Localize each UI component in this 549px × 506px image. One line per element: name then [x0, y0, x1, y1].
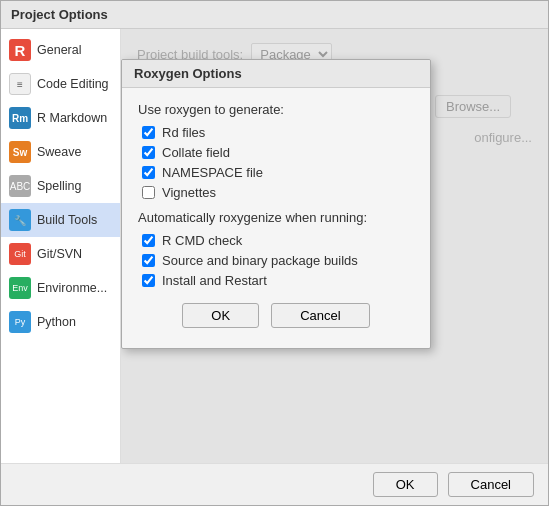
- sidebar: RGeneral≡Code EditingRmR MarkdownSwSweav…: [1, 29, 121, 463]
- auto-checkboxes: R CMD checkSource and binary package bui…: [138, 233, 414, 288]
- sidebar-item-label-general: General: [37, 43, 81, 57]
- sidebar-item-label-python: Python: [37, 315, 76, 329]
- sidebar-item-label-sweave: Sweave: [37, 145, 81, 159]
- sidebar-item-general[interactable]: RGeneral: [1, 33, 120, 67]
- sidebar-item-label-environments: Environme...: [37, 281, 107, 295]
- sidebar-item-label-code-editing: Code Editing: [37, 77, 109, 91]
- git-svn-icon: Git: [9, 243, 31, 265]
- checkbox-namespace-file[interactable]: [142, 166, 155, 179]
- sidebar-item-label-r-markdown: R Markdown: [37, 111, 107, 125]
- sidebar-item-python[interactable]: PyPython: [1, 305, 120, 339]
- checkbox-rd-files[interactable]: [142, 126, 155, 139]
- checkbox-vignettes[interactable]: [142, 186, 155, 199]
- checkbox-row-vignettes: Vignettes: [138, 185, 414, 200]
- checkbox-label-r-cmd-check: R CMD check: [162, 233, 242, 248]
- checkbox-label-install-restart: Install and Restart: [162, 273, 267, 288]
- checkbox-install-restart[interactable]: [142, 274, 155, 287]
- sidebar-item-build-tools[interactable]: 🔧Build Tools: [1, 203, 120, 237]
- popup-ok-button[interactable]: OK: [182, 303, 259, 328]
- roxygen-options-dialog: Roxygen Options Use roxygen to generate:…: [121, 59, 431, 349]
- sidebar-item-r-markdown[interactable]: RmR Markdown: [1, 101, 120, 135]
- generate-label: Use roxygen to generate:: [138, 102, 414, 117]
- sidebar-item-label-spelling: Spelling: [37, 179, 81, 193]
- popup-buttons: OK Cancel: [138, 293, 414, 338]
- dialog-body: RGeneral≡Code EditingRmR MarkdownSwSweav…: [1, 29, 548, 463]
- sidebar-item-git-svn[interactable]: GitGit/SVN: [1, 237, 120, 271]
- sidebar-item-label-git-svn: Git/SVN: [37, 247, 82, 261]
- checkbox-label-source-binary: Source and binary package builds: [162, 253, 358, 268]
- checkbox-row-r-cmd-check: R CMD check: [138, 233, 414, 248]
- sidebar-item-code-editing[interactable]: ≡Code Editing: [1, 67, 120, 101]
- generate-checkboxes: Rd filesCollate fieldNAMESPACE fileVigne…: [138, 125, 414, 200]
- dialog-title: Project Options: [1, 1, 548, 29]
- sidebar-item-environments[interactable]: EnvEnvironme...: [1, 271, 120, 305]
- python-icon: Py: [9, 311, 31, 333]
- checkbox-r-cmd-check[interactable]: [142, 234, 155, 247]
- checkbox-row-rd-files: Rd files: [138, 125, 414, 140]
- build-tools-icon: 🔧: [9, 209, 31, 231]
- checkbox-row-namespace-file: NAMESPACE file: [138, 165, 414, 180]
- checkbox-row-install-restart: Install and Restart: [138, 273, 414, 288]
- spelling-icon: ABC: [9, 175, 31, 197]
- main-content: Project build tools: Package Package dir…: [121, 29, 548, 463]
- checkbox-row-collate-field: Collate field: [138, 145, 414, 160]
- checkbox-label-collate-field: Collate field: [162, 145, 230, 160]
- checkbox-label-vignettes: Vignettes: [162, 185, 216, 200]
- r-markdown-icon: Rm: [9, 107, 31, 129]
- checkbox-row-source-binary: Source and binary package builds: [138, 253, 414, 268]
- sidebar-item-label-build-tools: Build Tools: [37, 213, 97, 227]
- footer-ok-button[interactable]: OK: [373, 472, 438, 497]
- code-editing-icon: ≡: [9, 73, 31, 95]
- footer-cancel-button[interactable]: Cancel: [448, 472, 534, 497]
- general-icon: R: [9, 39, 31, 61]
- checkbox-source-binary[interactable]: [142, 254, 155, 267]
- popup-title: Roxygen Options: [122, 60, 430, 88]
- environments-icon: Env: [9, 277, 31, 299]
- sidebar-item-spelling[interactable]: ABCSpelling: [1, 169, 120, 203]
- popup-body: Use roxygen to generate: Rd filesCollate…: [122, 88, 430, 348]
- checkbox-collate-field[interactable]: [142, 146, 155, 159]
- popup-cancel-button[interactable]: Cancel: [271, 303, 369, 328]
- auto-label: Automatically roxygenize when running:: [138, 210, 414, 225]
- project-options-dialog: Project Options RGeneral≡Code EditingRmR…: [0, 0, 549, 506]
- sweave-icon: Sw: [9, 141, 31, 163]
- dialog-footer: OK Cancel: [1, 463, 548, 505]
- checkbox-label-rd-files: Rd files: [162, 125, 205, 140]
- sidebar-item-sweave[interactable]: SwSweave: [1, 135, 120, 169]
- popup-overlay: Roxygen Options Use roxygen to generate:…: [121, 29, 548, 463]
- checkbox-label-namespace-file: NAMESPACE file: [162, 165, 263, 180]
